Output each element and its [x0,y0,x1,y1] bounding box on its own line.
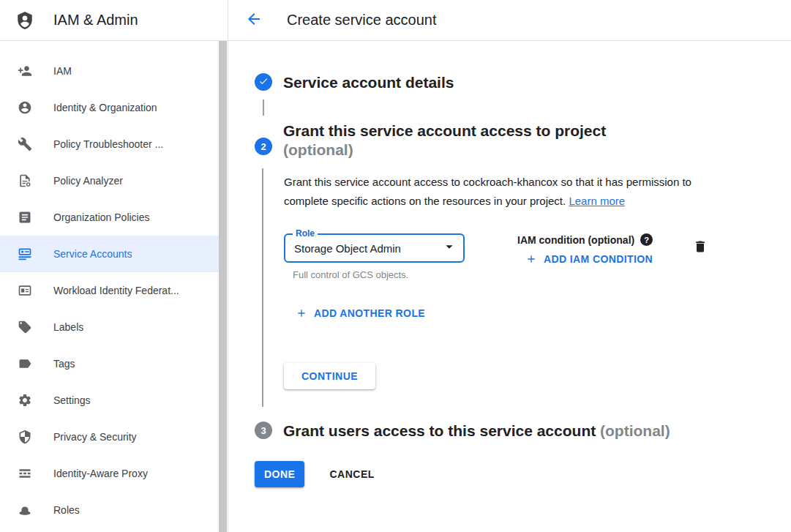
sidebar-item-label: Labels [53,321,83,333]
step3-optional-label: (optional) [600,422,670,439]
sidebar-item-label: Workload Identity Federat... [53,285,179,296]
trash-icon [693,245,708,256]
step2-number-badge: 2 [255,138,272,155]
iam-condition-block: IAM condition (optional) ? ADD IAM CONDI… [517,233,653,268]
sidebar-item-label: IAM [53,65,72,77]
add-another-role-button[interactable]: ADD ANOTHER ROLE [296,307,425,319]
done-button[interactable]: DONE [255,461,304,487]
iam-admin-console: IAM & Admin Create service account IAM [0,0,791,532]
sidebar-item-label: Roles [53,504,80,516]
step2-optional-label: (optional) [283,141,606,160]
label-icon [18,320,32,334]
document-icon [18,210,32,225]
service-accounts-icon [18,247,32,261]
sidebar-item-label: Privacy & Security [53,431,137,443]
sidebar-item-policy-troubleshooter[interactable]: Policy Troubleshooter ... [0,126,219,162]
check-icon [258,76,269,89]
learn-more-link[interactable]: Learn more [569,195,625,207]
sidebar-item-identity-aware-proxy[interactable]: Identity-Aware Proxy [0,455,219,492]
sidebar-scrollbar[interactable] [219,41,228,532]
tag-icon [18,356,32,371]
sidebar-item-label: Identity-Aware Proxy [53,468,148,479]
sidebar-item-privacy-security[interactable]: Privacy & Security [0,419,219,455]
role-select-label: Role [293,228,318,239]
sidebar-item-roles[interactable]: Roles [0,492,219,528]
sidebar-item-label: Policy Analyzer [53,175,123,187]
sidebar-item-identity-organization[interactable]: Identity & Organization [0,89,219,126]
sidebar-item-service-accounts[interactable]: Service Accounts [0,236,219,272]
cancel-button[interactable]: CANCEL [329,461,374,487]
sidebar-item-label: Policy Troubleshooter ... [53,138,163,150]
step2-description: Grant this service account access to coc… [284,173,716,211]
step1-completed-badge [255,73,272,91]
gear-icon [18,393,32,408]
step3-number-badge: 3 [255,422,272,439]
sidebar-item-tags[interactable]: Tags [0,345,219,382]
step-connector [263,100,264,116]
step3-title: Grant users access to this service accou… [283,422,670,441]
back-arrow-icon [245,10,263,30]
step2-row: 2 Grant this service account access to p… [255,121,791,160]
form-footer: DONE CANCEL [255,461,791,487]
proxy-icon [18,466,32,481]
iam-condition-label: IAM condition (optional) [517,234,634,246]
iam-shield-logo-icon [15,11,34,30]
plus-icon [525,253,537,265]
sidebar-item-label: Organization Policies [53,211,150,223]
step3-row: 3 Grant users access to this service acc… [255,422,791,441]
sidebar: IAM Identity & Organization Policy Troub… [0,41,228,532]
sidebar-item-label: Tags [53,358,75,370]
account-circle-icon [18,100,32,115]
sidebar-item-iam[interactable]: IAM [0,53,219,89]
step1-row: Service account details [255,73,791,92]
help-icon[interactable]: ? [640,233,653,246]
create-service-account-form: Service account details 2 Grant this ser… [228,41,791,532]
sidebar-item-label: Settings [53,394,91,406]
sidebar-item-workload-identity-federation[interactable]: Workload Identity Federat... [0,272,219,309]
step2-title: Grant this service account access to pro… [283,121,606,160]
plus-icon [296,307,307,319]
step2-content: Grant this service account access to coc… [262,168,791,407]
shield-icon [18,430,32,444]
role-select[interactable]: Role Storage Object Admin [284,233,465,263]
role-select-value: Storage Object Admin [294,242,401,255]
sidebar-scrollbar-thumb[interactable] [219,41,227,532]
sidebar-item-label: Identity & Organization [53,102,157,113]
continue-button[interactable]: CONTINUE [284,363,375,389]
page-title: Create service account [287,12,437,29]
delete-role-button[interactable] [693,239,708,256]
product-title: IAM & Admin [53,12,138,29]
person-add-icon [18,64,32,78]
top-bar: IAM & Admin Create service account [0,0,791,41]
hat-icon [18,503,32,517]
wrench-icon [18,137,32,151]
page-header: Create service account [228,0,791,40]
id-card-icon [18,283,32,298]
add-iam-condition-button[interactable]: ADD IAM CONDITION [525,253,653,265]
back-button[interactable] [245,12,263,29]
role-helper-text: Full control of GCS objects. [293,269,465,280]
sidebar-item-policy-analyzer[interactable]: Policy Analyzer [0,162,219,199]
sidebar-item-organization-policies[interactable]: Organization Policies [0,199,219,236]
step1-title: Service account details [283,73,454,92]
sidebar-item-settings[interactable]: Settings [0,382,219,419]
dropdown-arrow-icon [441,239,457,258]
sidebar-item-labels[interactable]: Labels [0,309,219,345]
role-row: Role Storage Object Admin Full control o… [284,233,791,280]
policy-analyzer-icon [18,173,32,188]
sidebar-item-label: Service Accounts [53,248,132,260]
product-header: IAM & Admin [0,0,228,40]
